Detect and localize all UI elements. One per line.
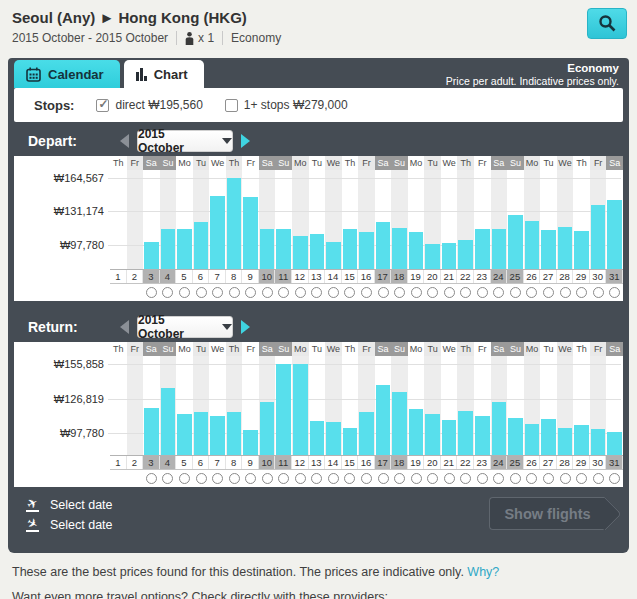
price-bar[interactable] bbox=[475, 416, 490, 455]
stops-option-direct[interactable]: direct ₩195,560 bbox=[96, 98, 202, 112]
price-bar[interactable] bbox=[194, 222, 209, 269]
price-bar[interactable] bbox=[227, 178, 242, 269]
price-bar[interactable] bbox=[293, 236, 308, 269]
next-month-button[interactable] bbox=[241, 320, 250, 334]
date-radio[interactable] bbox=[493, 473, 504, 484]
date-radio[interactable] bbox=[394, 473, 405, 484]
price-bar[interactable] bbox=[574, 425, 589, 455]
date-radio[interactable] bbox=[477, 287, 488, 298]
date-radio[interactable] bbox=[262, 287, 273, 298]
date-radio[interactable] bbox=[278, 473, 289, 484]
date-radio[interactable] bbox=[146, 287, 157, 298]
price-bar[interactable] bbox=[144, 242, 159, 269]
date-radio[interactable] bbox=[179, 473, 190, 484]
price-bar[interactable] bbox=[409, 232, 424, 269]
why-link[interactable]: Why? bbox=[467, 565, 499, 579]
date-radio[interactable] bbox=[344, 287, 355, 298]
checkbox-1plus[interactable] bbox=[225, 99, 238, 112]
date-radio[interactable] bbox=[162, 473, 173, 484]
price-bar[interactable] bbox=[177, 414, 192, 455]
price-bar[interactable] bbox=[276, 229, 291, 269]
date-radio[interactable] bbox=[295, 287, 306, 298]
price-bar[interactable] bbox=[525, 221, 540, 269]
search-button[interactable] bbox=[587, 8, 627, 39]
date-radio[interactable] bbox=[460, 287, 471, 298]
price-bar[interactable] bbox=[210, 196, 225, 269]
price-bar[interactable] bbox=[343, 428, 358, 455]
checkbox-direct[interactable] bbox=[96, 99, 109, 112]
price-bar[interactable] bbox=[525, 424, 540, 455]
date-radio[interactable] bbox=[378, 473, 389, 484]
date-radio[interactable] bbox=[245, 473, 256, 484]
price-bar[interactable] bbox=[227, 412, 242, 455]
price-bar[interactable] bbox=[161, 388, 176, 455]
tab-chart[interactable]: Chart bbox=[124, 60, 204, 88]
price-bar[interactable] bbox=[310, 421, 325, 455]
date-radio[interactable] bbox=[344, 473, 355, 484]
stops-option-1plus[interactable]: 1+ stops ₩279,000 bbox=[225, 98, 348, 112]
price-bar[interactable] bbox=[458, 240, 473, 269]
date-radio[interactable] bbox=[361, 287, 372, 298]
price-bar[interactable] bbox=[376, 385, 391, 455]
date-radio[interactable] bbox=[212, 473, 223, 484]
date-radio[interactable] bbox=[311, 473, 322, 484]
price-bar[interactable] bbox=[343, 229, 358, 269]
date-radio[interactable] bbox=[576, 473, 587, 484]
price-bar[interactable] bbox=[260, 402, 275, 455]
date-radio[interactable] bbox=[560, 473, 571, 484]
date-radio[interactable] bbox=[229, 473, 240, 484]
date-radio[interactable] bbox=[394, 287, 405, 298]
date-radio[interactable] bbox=[444, 287, 455, 298]
date-radio[interactable] bbox=[245, 287, 256, 298]
date-radio[interactable] bbox=[609, 287, 620, 298]
date-radio[interactable] bbox=[477, 473, 488, 484]
price-bar[interactable] bbox=[591, 205, 606, 269]
price-bar[interactable] bbox=[326, 422, 341, 455]
date-radio[interactable] bbox=[560, 287, 571, 298]
date-radio[interactable] bbox=[510, 473, 521, 484]
price-bar[interactable] bbox=[425, 244, 440, 269]
date-radio[interactable] bbox=[411, 287, 422, 298]
date-radio[interactable] bbox=[212, 287, 223, 298]
date-radio[interactable] bbox=[328, 287, 339, 298]
price-bar[interactable] bbox=[326, 242, 341, 269]
price-bar[interactable] bbox=[541, 419, 556, 455]
price-bar[interactable] bbox=[475, 229, 490, 269]
date-radio[interactable] bbox=[278, 287, 289, 298]
date-radio[interactable] bbox=[493, 287, 504, 298]
price-bar[interactable] bbox=[194, 412, 209, 455]
price-bar[interactable] bbox=[492, 229, 507, 269]
price-bar[interactable] bbox=[392, 392, 407, 455]
date-radio[interactable] bbox=[609, 473, 620, 484]
next-month-button[interactable] bbox=[241, 134, 250, 148]
prev-month-button[interactable] bbox=[120, 320, 129, 334]
date-radio[interactable] bbox=[444, 473, 455, 484]
date-radio[interactable] bbox=[179, 287, 190, 298]
price-bar[interactable] bbox=[243, 197, 258, 269]
date-radio[interactable] bbox=[526, 473, 537, 484]
prev-month-button[interactable] bbox=[120, 134, 129, 148]
date-radio[interactable] bbox=[229, 287, 240, 298]
date-radio[interactable] bbox=[543, 473, 554, 484]
date-radio[interactable] bbox=[196, 473, 207, 484]
date-radio[interactable] bbox=[576, 287, 587, 298]
price-bar[interactable] bbox=[310, 234, 325, 269]
date-radio[interactable] bbox=[593, 473, 604, 484]
show-flights-button[interactable]: Show flights bbox=[489, 497, 605, 530]
date-radio[interactable] bbox=[196, 287, 207, 298]
price-bar[interactable] bbox=[508, 215, 523, 269]
date-radio[interactable] bbox=[162, 287, 173, 298]
return-month-select[interactable]: 2015 October bbox=[137, 316, 233, 338]
depart-month-select[interactable]: 2015 October bbox=[137, 130, 233, 152]
date-radio[interactable] bbox=[361, 473, 372, 484]
price-bar[interactable] bbox=[492, 402, 507, 455]
price-bar[interactable] bbox=[210, 416, 225, 455]
date-radio[interactable] bbox=[295, 473, 306, 484]
price-bar[interactable] bbox=[442, 420, 457, 455]
date-radio[interactable] bbox=[510, 287, 521, 298]
price-bar[interactable] bbox=[392, 228, 407, 269]
price-bar[interactable] bbox=[243, 430, 258, 455]
price-bar[interactable] bbox=[144, 408, 159, 455]
price-bar[interactable] bbox=[359, 412, 374, 455]
date-radio[interactable] bbox=[593, 287, 604, 298]
